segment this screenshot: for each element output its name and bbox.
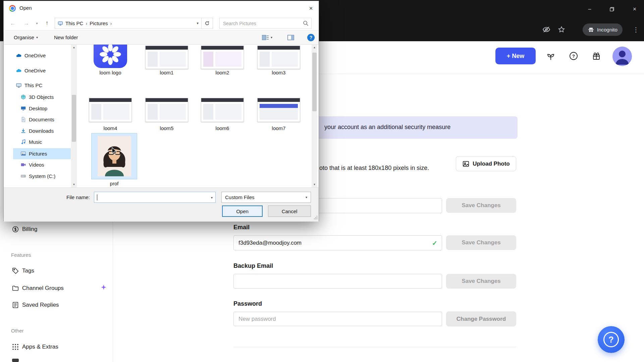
up-button[interactable]: ↑ [42,16,52,31]
sidebar-item-channel-groups[interactable]: Channel Groups [0,282,113,295]
sidebar-item-documents[interactable]: Documents [13,114,71,125]
refresh-button[interactable] [202,18,213,29]
window-restore-button[interactable] [606,3,618,15]
new-folder-button[interactable]: New folder [54,35,78,40]
save-changes-email-button[interactable]: Save Changes [446,235,516,250]
help-circle-icon[interactable]: ? [568,51,579,61]
file-label[interactable]: loom1 [144,70,190,75]
sidebar-item-apps-extras[interactable]: Apps & Extras [0,340,113,354]
channel-groups-label: Channel Groups [22,285,64,292]
file-loom-logo-thumbnail[interactable] [94,45,127,68]
help-fab-button[interactable]: ? [598,326,625,353]
billing-dollar-icon [11,225,19,233]
file-loom1-thumbnail[interactable] [145,46,188,69]
file-grid-scrollbar[interactable]: ▲ ▼ [312,45,317,187]
scrollbar-thumb[interactable] [72,95,76,142]
new-button[interactable]: + New [495,48,536,64]
earn-plant-icon[interactable] [545,51,556,61]
file-label[interactable]: loom6 [200,125,245,131]
breadcrumb[interactable]: This PC › Pictures › ▾ [55,18,202,29]
search-box [219,18,312,29]
dialog-close-button[interactable]: × [303,1,319,16]
sidebar-label: Pictures [29,151,47,157]
file-type-value: Custom Files [225,194,255,200]
pictures-icon [20,151,26,157]
view-mode-button[interactable]: ▾ [262,35,272,40]
resize-grip[interactable] [313,215,318,221]
browser-menu-kebab-icon[interactable]: ⋮ [630,23,642,36]
dialog-help-button[interactable]: ? [307,34,315,41]
incognito-spy-icon [588,26,594,33]
this-pc-icon [58,21,63,26]
file-label[interactable]: loom logo [88,70,133,75]
back-button[interactable]: ← [8,16,18,31]
sidebar-item-billing[interactable]: Billing [0,223,113,236]
sidebar-item-system-c[interactable]: System (C:) [13,171,71,182]
window-close-button[interactable]: × [629,3,640,15]
save-changes-name-button[interactable]: Save Changes [446,198,516,213]
file-label[interactable]: loom5 [144,125,190,131]
sidebar-item-videos[interactable]: Videos [13,159,71,170]
sidebar-scrollbar[interactable]: ▲ ▼ [71,45,77,187]
breadcrumb-folder[interactable]: Pictures [90,20,108,26]
file-loom2-thumbnail[interactable] [201,46,244,69]
gift-icon[interactable] [591,51,602,61]
file-loom3-thumbnail[interactable] [257,46,300,69]
folder-icon [11,284,19,292]
sidebar-item-3d-objects[interactable]: 3D Objects [13,92,71,103]
password-input[interactable] [233,312,442,326]
sidebar-item-tags[interactable]: Tags [0,264,113,278]
file-label[interactable]: prof [91,181,137,186]
scroll-up-icon[interactable]: ▲ [312,45,317,50]
chevron-down-icon[interactable]: ▾ [211,196,213,199]
forward-button[interactable]: → [21,16,31,31]
file-loom4-thumbnail[interactable] [89,98,132,122]
search-icon[interactable] [303,20,309,27]
sidebar-item-onedrive-2[interactable]: OneDrive [13,65,71,76]
search-input[interactable] [220,18,301,28]
file-label[interactable]: loom4 [88,125,133,131]
file-type-select[interactable]: Custom Files ▾ [221,192,311,203]
sidebar-item-onedrive-1[interactable]: OneDrive [13,50,71,61]
sidebar-item-music[interactable]: Music [13,136,71,147]
file-loom7-thumbnail[interactable] [257,98,300,122]
email-input[interactable] [233,235,442,250]
bookmark-star-icon[interactable] [555,23,568,36]
sidebar-label: Documents [29,117,54,122]
sidebar-item-pictures[interactable]: Pictures [13,148,71,159]
text-caret [97,194,97,200]
organise-menu[interactable]: Organise ▾ [14,35,38,40]
sidebar-item-downloads[interactable]: Downloads [13,125,71,136]
dialog-navbar: ← → ▾ ↑ This PC › Pictures › ▾ [4,16,319,31]
scroll-up-icon[interactable]: ▲ [71,45,77,50]
breadcrumb-root[interactable]: This PC [65,20,83,26]
profile-avatar[interactable] [612,47,632,66]
file-prof-thumbnail-selected[interactable] [91,133,137,179]
tags-label: Tags [22,267,34,274]
upload-photo-button[interactable]: Upload Photo [456,156,516,171]
history-chevron-icon[interactable]: ▾ [34,16,40,31]
tracking-protection-eye-off-icon[interactable] [540,23,552,36]
scrollbar-thumb[interactable] [312,53,317,111]
save-changes-backup-button[interactable]: Save Changes [446,274,516,289]
window-minimize-button[interactable]: – [584,3,595,15]
sidebar-label: Videos [29,162,44,168]
sidebar-item-saved-replies[interactable]: Saved Replies [0,298,113,312]
file-label[interactable]: loom2 [200,70,245,75]
preview-pane-button[interactable] [287,35,294,40]
breadcrumb-chevron-icon[interactable]: ▾ [197,21,199,25]
thumbnails-view-icon [262,35,269,40]
scroll-down-icon[interactable]: ▼ [71,182,77,187]
backup-email-input[interactable] [233,274,442,289]
file-label[interactable]: loom3 [256,70,302,75]
file-name-input[interactable]: ▾ [94,192,216,203]
open-button[interactable]: Open [222,205,263,217]
change-password-button[interactable]: Change Password [446,311,516,326]
file-loom6-thumbnail[interactable] [201,98,244,122]
scroll-down-icon[interactable]: ▼ [312,182,317,187]
sidebar-item-desktop[interactable]: Desktop [13,103,71,114]
file-loom5-thumbnail[interactable] [145,98,188,122]
file-label[interactable]: loom7 [256,125,302,131]
cancel-button[interactable]: Cancel [268,205,311,217]
sidebar-item-this-pc[interactable]: This PC [13,80,71,91]
